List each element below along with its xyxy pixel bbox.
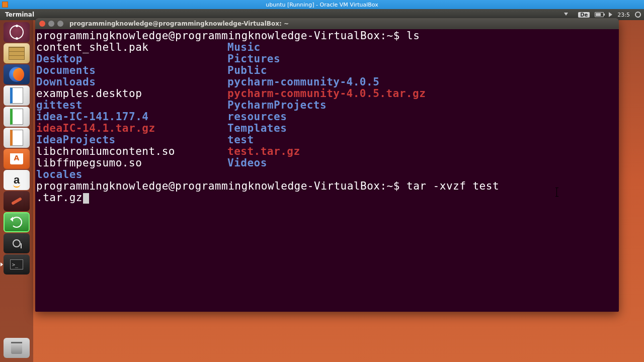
terminal-titlebar[interactable]: programmingknowledge@programmingknowledg… (35, 18, 619, 29)
session-indicator-icon[interactable] (635, 12, 641, 18)
trash-icon[interactable] (4, 338, 30, 358)
passwords-keys-icon[interactable] (4, 233, 30, 253)
ubuntu-dash-icon[interactable] (4, 22, 30, 42)
libreoffice-calc-icon[interactable] (4, 107, 30, 127)
active-app-label[interactable]: Terminal (5, 11, 34, 18)
unity-launcher: a >_ (0, 20, 33, 362)
network-indicator-icon[interactable] (566, 12, 573, 18)
battery-indicator-icon[interactable] (595, 12, 604, 17)
clock-indicator[interactable]: 23:5 (617, 12, 630, 18)
terminal-window: programmingknowledge@programmingknowledg… (35, 18, 619, 312)
software-updater-icon[interactable] (4, 212, 30, 232)
firefox-icon[interactable] (4, 64, 30, 84)
terminal-title: programmingknowledge@programmingknowledg… (69, 20, 289, 27)
libreoffice-impress-icon[interactable] (4, 128, 30, 148)
keyboard-layout-indicator[interactable]: De (578, 12, 590, 18)
virtualbox-icon (2, 2, 8, 8)
window-close-button[interactable] (39, 21, 45, 27)
terminal-body[interactable]: programmingknowledge@programmingknowledg… (35, 29, 619, 312)
libreoffice-writer-icon[interactable] (4, 85, 30, 106)
files-icon[interactable] (4, 43, 30, 63)
virtualbox-titlebar: ubuntu [Running] - Oracle VM VirtualBox (0, 0, 644, 9)
window-maximize-button[interactable] (57, 21, 63, 27)
ubuntu-software-icon[interactable] (4, 149, 30, 169)
system-settings-icon[interactable] (4, 191, 30, 211)
amazon-icon[interactable]: a (4, 170, 30, 190)
sound-indicator-icon[interactable] (609, 12, 612, 17)
terminal-cursor (83, 193, 89, 204)
terminal-launcher-icon[interactable]: >_ (4, 254, 30, 275)
virtualbox-title: ubuntu [Running] - Oracle VM VirtualBox (266, 2, 378, 8)
window-minimize-button[interactable] (48, 21, 54, 27)
